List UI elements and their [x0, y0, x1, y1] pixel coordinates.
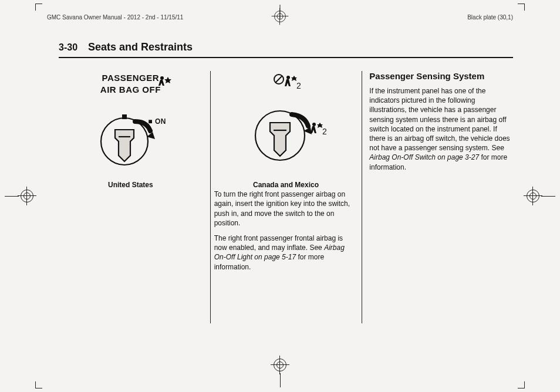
- illus-label-airbag-off: AIR BAG OFF: [77, 84, 183, 96]
- section-title: Seats and Restraints: [88, 41, 193, 53]
- registration-mark-bottom: [274, 359, 286, 387]
- crop-tick-tr: [518, 4, 525, 11]
- xref-airbag-onoff-switch: Airbag On-Off Switch on page 3-27: [369, 153, 479, 161]
- registration-mark-header: [274, 11, 286, 23]
- column-1: PASSENGER AIR BAG OFF ■ ON: [59, 71, 203, 323]
- col3-para-1: If the instrument panel has one of the i…: [369, 86, 513, 172]
- airbag-on-icon: 2: [311, 123, 327, 136]
- manual-page: GMC Savana Owner Manual - 2012 - 2nd - 1…: [0, 0, 560, 392]
- svg-line-9: [275, 76, 282, 83]
- airbag-off-icon: 2: [274, 75, 301, 90]
- registration-mark-right: [527, 190, 555, 202]
- crop-tick-br: [518, 381, 525, 388]
- illus-label-passenger: PASSENGER: [77, 72, 183, 84]
- page-number: 3-30: [59, 42, 77, 53]
- print-header-strip: GMC Savana Owner Manual - 2012 - 2nd - 1…: [47, 12, 513, 22]
- registration-mark-left: [5, 190, 33, 202]
- column-2: 2 2 Canada and Mexico To turn the right …: [214, 71, 358, 323]
- col3-heading: Passenger Sensing System: [369, 71, 513, 82]
- column-divider-1: [210, 71, 211, 323]
- airbag-switch-illustration-us: PASSENGER AIR BAG OFF ■ ON: [77, 71, 183, 177]
- print-header-left: GMC Savana Owner Manual - 2012 - 2nd - 1…: [47, 14, 183, 21]
- figure-caption-ca-mx: Canada and Mexico: [214, 180, 358, 190]
- figure-caption-us: United States: [59, 180, 203, 190]
- column-3: Passenger Sensing System If the instrume…: [369, 71, 513, 323]
- svg-point-12: [312, 123, 316, 126]
- airbag-switch-ca-mx-svg: 2 2: [233, 71, 339, 177]
- column-divider-2: [362, 71, 362, 323]
- svg-text:2: 2: [322, 127, 327, 136]
- crop-tick-tl: [35, 4, 42, 11]
- page-heading: 3-30 Seats and Restraints: [59, 41, 513, 58]
- svg-point-10: [286, 76, 290, 79]
- page-body: 3-30 Seats and Restraints PASSENGER AIR …: [59, 41, 513, 357]
- col2-para-2: The right front passenger frontal airbag…: [214, 234, 358, 272]
- col2-para-1: To turn the right front passenger airbag…: [214, 190, 358, 228]
- airbag-switch-illustration-ca-mx: 2 2: [233, 71, 339, 177]
- columns: PASSENGER AIR BAG OFF ■ ON: [59, 71, 513, 323]
- illus-label-on: ■ ON: [148, 117, 166, 126]
- print-header-right: Black plate (30,1): [467, 14, 513, 21]
- svg-text:2: 2: [296, 81, 301, 90]
- crop-tick-bl: [35, 381, 42, 388]
